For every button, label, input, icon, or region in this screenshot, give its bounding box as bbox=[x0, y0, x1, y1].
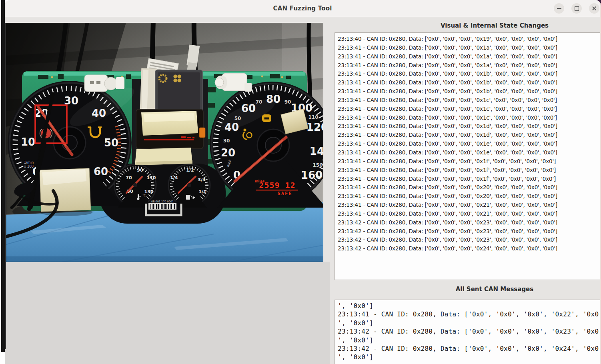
barcode bbox=[150, 204, 175, 209]
tach-unit-2: x 100 bbox=[24, 164, 34, 168]
log-line: 23:13:41 - CAN ID: 0x280, Data: ['0x0', … bbox=[338, 131, 601, 140]
gauge-label: 110 bbox=[147, 175, 156, 180]
log-line: 23:13:41 - CAN ID: 0x280, Data: ['0x0', … bbox=[338, 175, 601, 184]
odometer-status: SAFE bbox=[278, 191, 292, 196]
minimize-button[interactable] bbox=[554, 3, 564, 14]
minimize-icon bbox=[557, 8, 561, 9]
log-line: 23:13:41 - CAN ID: 0x280, Data: ['0x0', … bbox=[338, 210, 601, 218]
titlebar: CAN Fuzzing Tool bbox=[5, 0, 600, 17]
log-line: 23:13:41 - CAN ID: 0x280, Data: ['0x0', … bbox=[338, 310, 601, 318]
log-line: 23:13:41 - CAN ID: 0x280, Data: ['0x0', … bbox=[338, 87, 601, 96]
log-line: 23:13:41 - CAN ID: 0x280, Data: ['0x0', … bbox=[338, 166, 601, 175]
gauge-label: 20 bbox=[221, 147, 235, 159]
gauge-label: 60 bbox=[94, 166, 108, 178]
temp-unit: °C bbox=[142, 194, 146, 197]
left-panel-background bbox=[5, 262, 330, 364]
sent-log-header: All Sent CAN Messages bbox=[335, 280, 601, 300]
log-line: 23:13:41 - CAN ID: 0x280, Data: ['0x0', … bbox=[338, 157, 601, 166]
belt-warning-icon bbox=[262, 114, 271, 122]
log-line: 23:13:42 - CAN ID: 0x280, Data: ['0x0', … bbox=[338, 218, 601, 227]
log-line: 23:13:41 - CAN ID: 0x280, Data: ['0x0', … bbox=[338, 61, 601, 70]
log-line: 23:13:41 - CAN ID: 0x280, Data: ['0x0', … bbox=[338, 192, 601, 201]
close-button[interactable] bbox=[589, 3, 599, 14]
log-line: 23:13:41 - CAN ID: 0x280, Data: ['0x0', … bbox=[338, 52, 601, 61]
gauge-label: 70 bbox=[126, 175, 132, 180]
gauge-label: 1/1 bbox=[198, 189, 206, 194]
log-line: 23:13:41 - CAN ID: 0x280, Data: ['0x0', … bbox=[338, 105, 601, 114]
log-line: 23:13:42 - CAN ID: 0x280, Data: ['0x0', … bbox=[338, 244, 601, 253]
visual-log-header: Visual & Internal State Changes bbox=[335, 17, 601, 32]
gauge-label: 30 bbox=[223, 138, 230, 144]
log-line: 23:13:40 - CAN ID: 0x280, Data: ['0x0', … bbox=[338, 35, 601, 44]
desktop-edge-left bbox=[1, 0, 5, 352]
gauge-label: 1/2 bbox=[186, 168, 194, 173]
tach-unit: 1/min bbox=[24, 160, 34, 164]
log-line: 23:13:41 - CAN ID: 0x280, Data: ['0x0', … bbox=[338, 114, 601, 122]
log-line: ', '0x0'] bbox=[338, 353, 601, 361]
gauge-label: 150 bbox=[313, 162, 323, 168]
gauge-label: 1/4 bbox=[170, 175, 178, 180]
gauge-label: 90 bbox=[284, 99, 291, 105]
gauge-label: 90 bbox=[137, 168, 143, 173]
camera-feed: 0102030405060 1/min x 100 bbox=[6, 23, 323, 262]
orange-clip bbox=[199, 128, 205, 138]
gauge-label: 140 bbox=[310, 145, 323, 157]
odometer-value: 2559 12 bbox=[259, 180, 295, 190]
log-line: 23:13:41 - CAN ID: 0x280, Data: ['0x0', … bbox=[338, 183, 601, 192]
visual-log[interactable]: 23:13:40 - CAN ID: 0x280, Data: ['0x0', … bbox=[335, 32, 601, 280]
gauge-label: 130 bbox=[144, 189, 154, 194]
gauge-label: 120 bbox=[307, 121, 323, 133]
log-line: ', '0x0'] bbox=[338, 319, 601, 327]
log-column: Visual & Internal State Changes 23:13:40… bbox=[335, 17, 601, 364]
gauge-label: 50 bbox=[104, 137, 118, 149]
close-icon bbox=[592, 6, 597, 11]
log-line: 23:13:41 - CAN ID: 0x280, Data: ['0x0', … bbox=[338, 140, 601, 148]
window-title: CAN Fuzzing Tool bbox=[273, 5, 332, 12]
part-number: 0B 001 170 0001 bbox=[151, 200, 174, 203]
gauge-label: 110 bbox=[308, 114, 318, 120]
log-line: 23:13:41 - CAN ID: 0x280, Data: ['0x0', … bbox=[338, 122, 601, 131]
maximize-button[interactable] bbox=[571, 3, 582, 14]
connector-right bbox=[215, 73, 252, 92]
log-line: ', '0x0'] bbox=[338, 302, 601, 310]
log-line: 23:13:41 - CAN ID: 0x280, Data: ['0x0', … bbox=[338, 44, 601, 52]
gauge-label: 3/4 bbox=[198, 177, 206, 182]
screen: CAN Fuzzing Tool bbox=[0, 0, 601, 364]
log-line: 23:13:42 - CAN ID: 0x280, Data: ['0x0', … bbox=[338, 236, 601, 244]
log-line: 23:13:41 - CAN ID: 0x280, Data: ['0x0', … bbox=[338, 78, 601, 87]
app-window: CAN Fuzzing Tool bbox=[5, 0, 601, 364]
log-line: 23:13:41 - CAN ID: 0x280, Data: ['0x0', … bbox=[338, 148, 601, 157]
log-line: 23:13:42 - CAN ID: 0x280, Data: ['0x0', … bbox=[338, 344, 601, 353]
log-line: 23:13:41 - CAN ID: 0x280, Data: ['0x0', … bbox=[338, 201, 601, 210]
gauge-label: 160 bbox=[301, 169, 323, 181]
log-line: 23:13:42 - CAN ID: 0x280, Data: ['0x0', … bbox=[338, 227, 601, 236]
sent-log[interactable]: ', '0x0']23:13:41 - CAN ID: 0x280, Data:… bbox=[335, 300, 601, 364]
gauge-label: 10 bbox=[21, 136, 35, 148]
maximize-icon bbox=[575, 6, 579, 11]
log-line: ', '0x0'] bbox=[338, 336, 601, 344]
log-line: 23:13:42 - CAN ID: 0x280, Data: ['0x0', … bbox=[338, 327, 601, 336]
log-line: 23:13:41 - CAN ID: 0x280, Data: ['0x0', … bbox=[338, 96, 601, 105]
log-line: 23:13:41 - CAN ID: 0x280, Data: ['0x0', … bbox=[338, 70, 601, 78]
